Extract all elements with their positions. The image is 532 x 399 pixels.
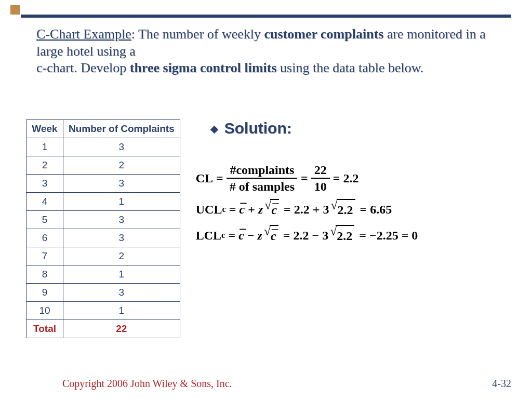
sqrt-icon: √2.2 — [330, 199, 355, 220]
equation-block: CL = #complaints # of samples = 22 10 = … — [196, 163, 516, 246]
sqrt-icon: √2.2 — [330, 225, 354, 246]
top-horizontal-rule — [21, 15, 511, 18]
complaints-table: Week Number of Complaints 13 22 33 41 53… — [26, 119, 180, 338]
fraction-22-10: 22 10 — [311, 163, 330, 194]
equation-cl: CL = #complaints # of samples = 22 10 = … — [196, 163, 516, 194]
table-row: 22 — [26, 156, 180, 175]
equation-ucl: UCLc = c + z √c = 2.2 + 3 √2.2 = 6.65 — [196, 199, 516, 220]
solution-panel: Solution: CL = #complaints # of samples … — [180, 119, 516, 338]
sqrt-icon: √c — [264, 199, 279, 220]
sqrt-icon: √c — [264, 225, 278, 246]
equation-lcl: LCLc = c − z √c = 2.2 − 3 √2.2 = −2.25 =… — [196, 225, 516, 246]
title-bold-1: customer complaints — [264, 26, 384, 42]
table-row: 93 — [26, 284, 180, 302]
ucl-result: 6.65 — [370, 200, 392, 219]
decor-corner-square — [10, 5, 20, 15]
title-lead: C-Chart Example — [36, 26, 131, 42]
lcl-raw: −2.25 — [369, 225, 398, 245]
copyright-text: Copyright 2006 John Wiley & Sons, Inc. — [62, 378, 232, 390]
cl-result: 2.2 — [343, 168, 358, 188]
table-row: 13 — [26, 138, 180, 156]
slide-title: C-Chart Example: The number of weekly cu… — [36, 26, 506, 77]
th-week: Week — [26, 120, 63, 138]
page-number: 4-32 — [492, 378, 511, 390]
lcl-label: LCL — [196, 225, 221, 245]
title-text-3: c-chart. Develop — [36, 60, 130, 75]
table-row: 33 — [26, 175, 180, 193]
title-bold-2: three sigma control limits — [130, 60, 277, 75]
table-row: 81 — [26, 265, 180, 284]
table-row: 63 — [26, 229, 180, 247]
content-row: Week Number of Complaints 13 22 33 41 53… — [26, 119, 516, 338]
total-value: 22 — [63, 320, 180, 338]
title-text-1: : The number of weekly — [131, 26, 264, 42]
solution-heading: Solution: — [211, 119, 516, 137]
table-row: 41 — [26, 193, 180, 211]
total-label: Total — [26, 320, 63, 338]
cl-label: CL — [196, 168, 213, 188]
lcl-result: 0 — [411, 225, 418, 245]
title-text-4: using the data table below. — [277, 60, 424, 75]
table-row: 53 — [26, 211, 180, 229]
fraction-complaints: #complaints # of samples — [227, 163, 298, 194]
diamond-bullet-icon — [210, 126, 218, 134]
ucl-label: UCL — [196, 200, 222, 219]
table-row: 101 — [26, 302, 180, 320]
solution-heading-text: Solution: — [224, 119, 292, 137]
th-complaints: Number of Complaints — [63, 120, 180, 138]
table-total-row: Total 22 — [26, 320, 180, 338]
table-row: 72 — [26, 247, 180, 265]
c-bar-1: c — [240, 200, 245, 219]
c-bar-2: c — [238, 225, 244, 245]
